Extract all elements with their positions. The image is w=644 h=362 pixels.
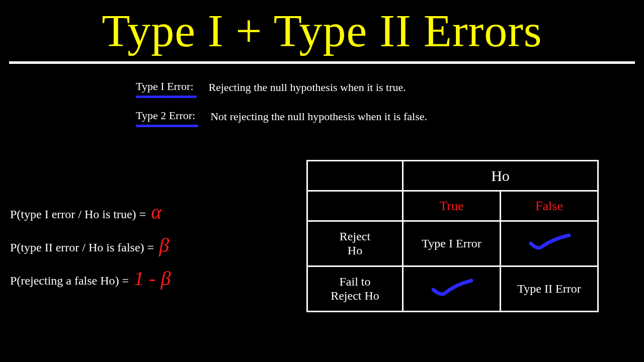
cell-check-fail-true (403, 266, 501, 312)
underline-icon (136, 125, 198, 127)
check-icon (429, 278, 474, 298)
def-label-type1-text: Type I Error: (136, 80, 194, 93)
cell-blank2 (307, 191, 403, 221)
definitions-block: Type I Error: Rejecting the null hypothe… (136, 80, 644, 124)
cell-fail-label: Fail toReject Ho (307, 266, 403, 312)
error-table: Ho True False RejectHo Type I Error Fail… (306, 160, 599, 312)
page-title: Type I + Type II Errors (0, 0, 644, 57)
check-icon (527, 232, 572, 252)
alpha-symbol: α (151, 204, 162, 220)
cell-reject-label: RejectHo (307, 221, 403, 266)
beta-symbol: β (159, 237, 169, 253)
equation-alpha: P(type I error / Ho is true) = α (10, 206, 292, 222)
cell-type1-error: Type I Error (403, 221, 501, 266)
def-label-type2-text: Type 2 Error: (136, 109, 195, 122)
eq-text-3: P(rejecting a false Ho) = (10, 274, 129, 288)
cell-ho-header: Ho (403, 161, 598, 191)
cell-false: False (501, 191, 598, 221)
cell-type2-error: Type II Error (501, 266, 598, 312)
definition-type1: Type I Error: Rejecting the null hypothe… (136, 80, 644, 95)
cell-true: True (403, 191, 501, 221)
divider (9, 61, 635, 64)
def-label-type1: Type I Error: (136, 80, 194, 95)
def-text-type2: Not rejecting the null hypothesis when i… (210, 109, 427, 123)
cell-blank (307, 161, 403, 191)
eq-text-1: P(type I error / Ho is true) = (10, 208, 146, 221)
underline-icon (136, 96, 197, 98)
definition-type2: Type 2 Error: Not rejecting the null hyp… (136, 109, 644, 124)
def-text-type1: Rejecting the null hypothesis when it is… (209, 80, 406, 94)
eq-text-2: P(type II error / Ho is false) = (10, 241, 154, 254)
cell-check-reject-false (501, 221, 598, 266)
equation-beta: P(type II error / Ho is false) = β (10, 239, 292, 255)
equations-block: P(type I error / Ho is true) = α P(type … (10, 206, 292, 306)
def-label-type2: Type 2 Error: (136, 109, 195, 124)
equation-power: P(rejecting a false Ho) = 1 - β (10, 273, 292, 289)
one-minus-beta-symbol: 1 - β (134, 270, 171, 287)
